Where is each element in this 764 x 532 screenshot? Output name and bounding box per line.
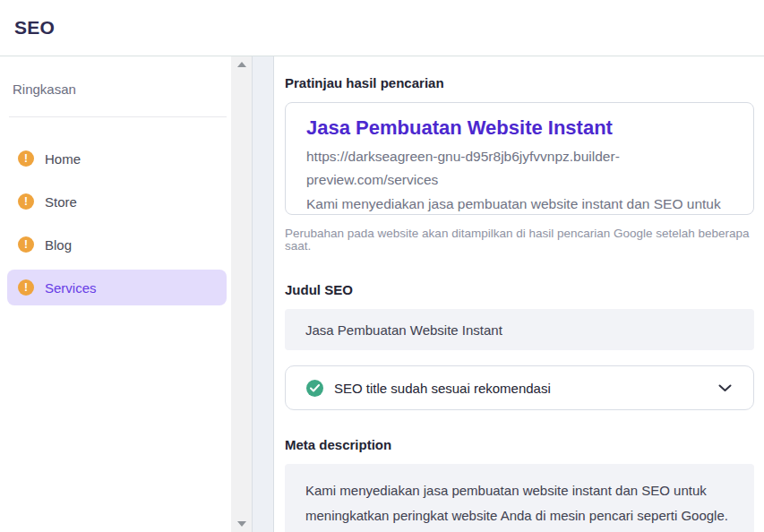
main-region: Ringkasan ! Home ! Store ! Blog ! Servic…	[0, 56, 764, 532]
scrollbar-down-icon[interactable]	[237, 521, 246, 527]
sidebar-item-store[interactable]: ! Store	[7, 184, 227, 219]
sidebar-item-label: Blog	[45, 237, 72, 253]
scrollbar-up-icon[interactable]	[237, 62, 246, 67]
panel-header: SEO	[0, 0, 764, 56]
seo-title-status-accordion[interactable]: SEO title sudah sesuai rekomendasi	[285, 365, 754, 410]
preview-note: Perubahan pada website akan ditampilkan …	[285, 227, 754, 253]
seo-title-input[interactable]	[285, 309, 754, 350]
page-title: SEO	[14, 17, 55, 39]
warning-icon: !	[18, 236, 34, 253]
search-result-preview-card: Jasa Pembuatan Website Instant https://d…	[285, 102, 754, 215]
sidebar-nav: ! Home ! Store ! Blog ! Services	[0, 117, 231, 305]
panel-gutter	[252, 56, 274, 532]
preview-title: Jasa Pembuatan Website Instant	[306, 116, 733, 140]
warning-icon: !	[18, 279, 34, 296]
chevron-down-icon	[718, 384, 733, 392]
sidebar-item-label: Store	[45, 194, 77, 210]
status-message: SEO title sudah sesuai rekomendasi	[334, 381, 718, 396]
preview-section-heading: Pratinjau hasil pencarian	[285, 75, 754, 90]
warning-icon: !	[18, 193, 34, 210]
preview-url: https://darkseagreen-gnu-d95r8jb6jyfvvnp…	[306, 145, 733, 192]
sidebar-item-label: Home	[45, 151, 81, 167]
sidebar: Ringkasan ! Home ! Store ! Blog ! Servic…	[0, 56, 231, 532]
warning-icon: !	[18, 150, 34, 167]
sidebar-item-label: Services	[45, 280, 97, 296]
meta-description-label: Meta description	[285, 437, 754, 452]
sidebar-item-services[interactable]: ! Services	[7, 270, 227, 305]
sidebar-overview-label[interactable]: Ringkasan	[0, 82, 231, 116]
seo-title-label: Judul SEO	[285, 282, 754, 297]
sidebar-item-home[interactable]: ! Home	[7, 141, 227, 176]
check-circle-icon	[306, 380, 323, 397]
preview-description: Kami menyediakan jasa pembuatan website …	[306, 192, 727, 215]
meta-description-textarea[interactable]: Kami menyediakan jasa pembuatan website …	[285, 464, 754, 532]
sidebar-item-blog[interactable]: ! Blog	[7, 227, 227, 262]
content-area: Pratinjau hasil pencarian Jasa Pembuatan…	[274, 56, 764, 532]
seo-panel: SEO Ringkasan ! Home ! Store ! Blog	[0, 0, 764, 532]
vertical-scrollbar[interactable]	[231, 56, 252, 532]
